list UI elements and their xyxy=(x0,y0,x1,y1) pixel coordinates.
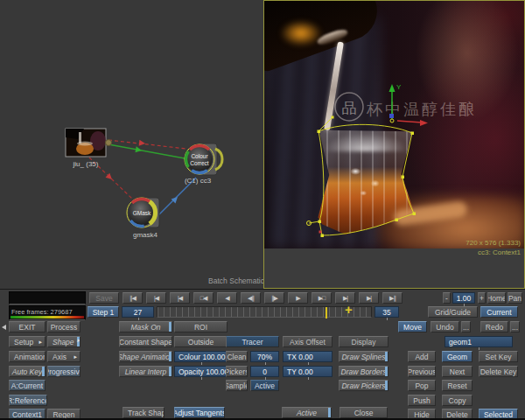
undo-history-button[interactable]: ... xyxy=(461,321,471,332)
tracer-header-button[interactable]: Tracer xyxy=(226,336,279,347)
transport-go-end-button[interactable]: ▶∥ xyxy=(382,292,402,304)
shape-menu-button[interactable]: Shape xyxy=(47,336,80,347)
grid-guide-button[interactable]: Grid/Guide xyxy=(428,306,478,318)
gmask-node-label: gmask4 xyxy=(133,231,158,239)
pickers-button[interactable]: Pickers xyxy=(226,366,248,377)
move-mode-button[interactable]: Move xyxy=(398,321,427,332)
reset-button[interactable]: Reset xyxy=(442,380,472,391)
viewer-canvas[interactable]: 品 杯中温醇佳酿 xyxy=(264,1,524,248)
push-button[interactable]: Push xyxy=(408,395,436,406)
a-current-button[interactable]: A:Current xyxy=(9,380,46,391)
shape-animation-toggle[interactable]: Shape Animation xyxy=(119,351,172,362)
redo-button[interactable]: Redo xyxy=(480,321,508,332)
viewer-context-label: cc3: Context1 xyxy=(478,248,521,256)
node-colour-correct[interactable]: Colour Correct xyxy=(185,144,222,175)
transport-play-button[interactable]: ▶ xyxy=(288,292,308,304)
mask-on-toggle[interactable]: Mask On xyxy=(119,321,172,332)
current-frame-field[interactable]: 27 xyxy=(122,306,154,318)
previous-button[interactable]: Previous xyxy=(408,366,436,377)
transport-next-section-button[interactable]: ▶| xyxy=(359,292,379,304)
active-toggle[interactable]: Active xyxy=(282,407,332,418)
watermark-logo-glyph: 品 xyxy=(342,100,357,116)
r-reference-button[interactable]: R:Reference xyxy=(9,395,47,406)
animation-menu-button[interactable]: Animation xyxy=(9,351,46,362)
node-source-clip[interactable] xyxy=(66,129,112,157)
timeline-strip[interactable] xyxy=(157,306,372,318)
exit-button[interactable]: EXIT xyxy=(9,321,46,332)
process-button[interactable]: Process xyxy=(47,321,80,332)
zoom-in-button[interactable]: + xyxy=(478,292,486,304)
transport-reverse-end-button[interactable]: ◀∥ xyxy=(241,292,261,304)
adjust-tangents-button[interactable]: Adjust Tangents xyxy=(174,407,225,418)
draw-borders-toggle[interactable]: Draw Borders xyxy=(339,366,388,377)
pop-button[interactable]: Pop xyxy=(408,380,436,391)
roi-button[interactable]: ROI xyxy=(174,321,228,332)
geom-button[interactable]: Geom xyxy=(442,351,472,362)
setup-menu-button[interactable]: Setup xyxy=(9,336,46,347)
setup-name-field[interactable] xyxy=(9,291,86,304)
timeline-cursor-icon[interactable]: + xyxy=(345,304,353,315)
axis-x-arrow-icon[interactable] xyxy=(420,120,428,126)
free-frames-label: Free frames: 279687 xyxy=(11,308,73,316)
linear-interp-toggle[interactable]: Linear Interp xyxy=(119,366,172,377)
delete-key-button[interactable]: Delete Key xyxy=(479,366,518,377)
pan-view-button[interactable]: Pan xyxy=(508,292,522,304)
transport-prev-section-button[interactable]: |◀ xyxy=(146,292,166,304)
clean-value-field[interactable]: 70% xyxy=(250,351,279,362)
batch-schematic-panel[interactable]: jiu_ (35) GMask gmask4 Col xyxy=(0,0,263,289)
node-output-socket[interactable] xyxy=(106,140,112,146)
zoom-value-field[interactable]: 1.00 xyxy=(452,292,475,304)
gmask-node-title: GMask xyxy=(133,210,151,216)
opacity-field[interactable]: Opacity 100.00% xyxy=(174,366,228,377)
transport-go-start-button[interactable]: ∥◀ xyxy=(122,292,143,304)
pickers-value-field[interactable]: 0 xyxy=(250,366,279,377)
step-button[interactable]: Step 1 xyxy=(88,306,119,318)
colour-field[interactable]: Colour 100.00 xyxy=(174,351,228,362)
current-view-button[interactable]: Current xyxy=(480,306,518,318)
draw-pickers-toggle[interactable]: Draw Pickers xyxy=(339,380,388,391)
transport-play-reverse-button[interactable]: ◀ xyxy=(217,292,237,304)
free-frames-gradient-bar xyxy=(10,316,84,318)
redo-history-button[interactable]: ... xyxy=(510,321,520,332)
gmask-spline[interactable] xyxy=(309,117,414,235)
viewer-overlay: 品 杯中温醇佳酿 xyxy=(264,1,524,248)
close-button[interactable]: Close xyxy=(340,407,388,418)
timeline-playhead[interactable] xyxy=(326,307,327,318)
geometry-name-field[interactable]: geom1 xyxy=(444,336,513,347)
progressive-toggle[interactable]: Progressive xyxy=(47,366,80,377)
transport-play-to-mark-button[interactable]: ▶□ xyxy=(312,292,332,304)
axis-menu-button[interactable]: Axis xyxy=(47,351,80,362)
ty-field[interactable]: TY 0.00 xyxy=(283,366,332,377)
transport-prev-frame-button[interactable]: |◀ xyxy=(170,292,190,304)
copy-button[interactable]: Copy xyxy=(442,395,472,406)
sample-button[interactable]: Sample xyxy=(226,380,248,391)
outside-button[interactable]: Outside xyxy=(174,336,228,347)
transport-reverse-to-mark-button[interactable]: □◀ xyxy=(193,292,214,304)
save-button[interactable]: Save xyxy=(89,292,119,304)
sample-mode-button[interactable]: Active xyxy=(250,380,279,391)
auto-key-toggle[interactable]: Auto Key xyxy=(9,366,46,377)
gmask-tracker-point[interactable] xyxy=(319,231,322,234)
draw-splines-toggle[interactable]: Draw Splines xyxy=(339,351,388,362)
edge-source-to-cc-back[interactable] xyxy=(108,140,186,149)
edge-source-to-cc-front[interactable] xyxy=(108,144,185,158)
axis-origin-handle[interactable] xyxy=(389,114,394,118)
home-view-button[interactable]: Home xyxy=(487,292,506,304)
end-frame-field[interactable]: 35 xyxy=(374,306,399,318)
node-gmask[interactable]: GMask xyxy=(127,198,159,228)
undo-button[interactable]: Undo xyxy=(430,321,459,332)
node-graph-canvas[interactable]: jiu_ (35) GMask gmask4 Col xyxy=(0,0,263,289)
zoom-out-button[interactable]: - xyxy=(443,292,451,304)
tx-field[interactable]: TX 0.00 xyxy=(283,351,332,362)
axis-offset-header: Axis Offset xyxy=(283,336,332,347)
constant-shape-button[interactable]: Constant Shape xyxy=(119,336,172,347)
clean-button[interactable]: Clean xyxy=(226,351,248,362)
track-shape-button[interactable]: Track Shape xyxy=(122,407,164,418)
video-watermark: 品 杯中温醇佳酿 xyxy=(335,93,477,121)
next-button[interactable]: Next xyxy=(442,366,472,377)
transport-from-start-button[interactable]: ∥▶ xyxy=(264,292,284,304)
set-key-button[interactable]: Set Key xyxy=(479,351,518,362)
axis-y-arrow-icon[interactable] xyxy=(389,84,396,92)
panel-scroll-left-icon[interactable] xyxy=(2,325,6,330)
add-button[interactable]: Add xyxy=(408,351,436,362)
